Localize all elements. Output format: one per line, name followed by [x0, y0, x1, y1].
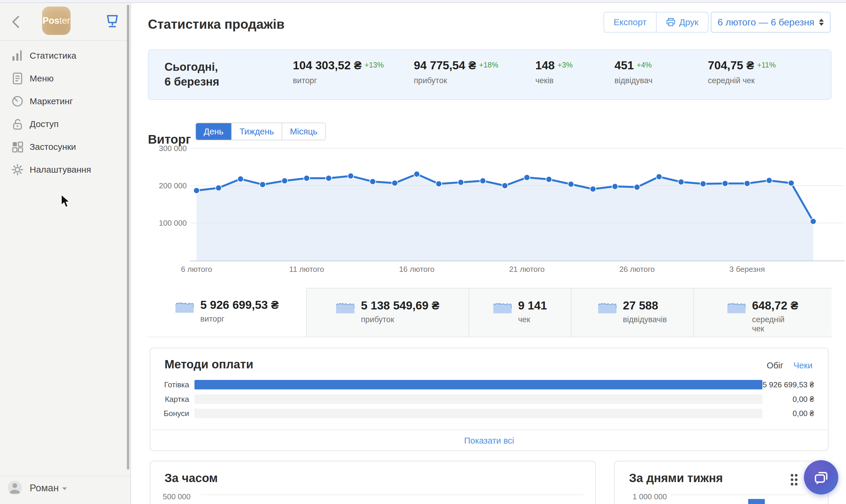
avatar [8, 481, 22, 495]
summary-card-profit[interactable]: 5 138 549,69 ₴прибуток [306, 288, 469, 337]
delta-badge: +13% [365, 61, 384, 69]
back-button[interactable] [11, 15, 21, 29]
gridline [201, 494, 583, 495]
user-menu[interactable]: Роман [0, 476, 131, 504]
svg-text:21 лютого: 21 лютого [509, 265, 545, 274]
revenue-chart-area: 100 000200 000300 0006 лютого11 лютого16… [157, 139, 846, 278]
svg-text:300 000: 300 000 [159, 144, 187, 153]
date-range-select[interactable]: 6 лютого — 6 березня [711, 12, 831, 33]
sparkline-icon [493, 300, 512, 313]
sidebar-item-label: Доступ [30, 119, 59, 129]
weekday-bar [748, 499, 765, 504]
sidebar-item-marketing[interactable]: Маркетинг [0, 90, 131, 112]
by-weekday-title: За днями тижня [629, 471, 723, 485]
terminal-button[interactable] [105, 15, 120, 30]
payment-row-bonus: Бонуси 0,00 ₴ [150, 408, 828, 418]
gridline [671, 494, 806, 495]
user-name-label: Роман [30, 482, 59, 493]
summary-card-avg-receipt[interactable]: 648,72 ₴середній чек [693, 288, 832, 337]
sidebar-item-label: Застосунки [30, 142, 76, 152]
by-time-card: За часом 500 000 [150, 461, 596, 504]
summary-cards: 5 926 699,53 ₴виторг 5 138 549,69 ₴прибу… [148, 288, 832, 337]
today-stat-avg-receipt: 704,75 ₴+11% середній чек [708, 59, 776, 85]
svg-text:6 лютого: 6 лютого [181, 265, 212, 274]
poster-logo[interactable]: Poster [42, 6, 71, 35]
sidebar-item-statistics[interactable]: Статистика [0, 44, 131, 67]
toggle-receipts[interactable]: Чеки [794, 361, 812, 370]
sidebar-item-applications[interactable]: Застосунки [0, 135, 131, 158]
printer-icon [666, 18, 676, 26]
svg-text:11 лютого: 11 лютого [289, 265, 324, 274]
delta-badge: +4% [637, 61, 652, 69]
revenue-chart: 100 000200 000300 0006 лютого11 лютого16… [157, 139, 846, 278]
summary-card-revenue[interactable]: 5 926 699,53 ₴виторг [148, 288, 306, 337]
export-label: Експорт [614, 17, 646, 27]
sidebar-header: Poster [0, 3, 131, 40]
grid-icon [11, 140, 24, 154]
toggle-turnover[interactable]: Обіг [766, 361, 783, 370]
svg-text:26 лютого: 26 лютого [619, 265, 655, 274]
sidebar-item-label: Меню [30, 73, 54, 84]
sparkline-icon [727, 300, 745, 313]
tab-month[interactable]: Місяць [282, 123, 325, 140]
chat-bubbles-icon [812, 469, 830, 486]
logo-text-bold: Pos [42, 15, 59, 26]
export-print-group: Експорт Друк [604, 12, 708, 33]
pos-terminal-icon [105, 15, 120, 29]
by-weekday-card: За днями тижня 1 000 000 [614, 461, 829, 504]
today-stat-receipts: 148+3% чеків [535, 59, 573, 85]
divider [150, 429, 828, 430]
payment-methods-title: Методи оплати [165, 358, 254, 371]
sidebar-item-label: Маркетинг [30, 96, 73, 106]
today-stat-profit: 94 775,54 ₴+18% прибуток [414, 59, 498, 85]
tab-week[interactable]: Тиждень [231, 123, 282, 140]
poster-dashboard: Poster Статистика Меню [0, 0, 846, 504]
svg-text:100 000: 100 000 [159, 218, 187, 228]
payment-row-cash: Готівка 5 926 699,53 ₴ [150, 380, 828, 390]
svg-text:3 березня: 3 березня [729, 265, 765, 274]
page-title: Статистика продажів [148, 17, 284, 32]
payment-methods-card: Методи оплати Обіг Чеки Готівка 5 926 69… [150, 348, 829, 451]
tab-day[interactable]: День [196, 123, 231, 140]
sidebar-item-settings[interactable]: Налаштування [0, 158, 131, 181]
payments-toggle: Обіг Чеки [766, 361, 812, 371]
gear-icon [11, 163, 24, 176]
logo-text: ter [59, 15, 70, 26]
delta-badge: +18% [479, 61, 498, 69]
pie-icon [11, 95, 24, 108]
document-icon [11, 72, 24, 85]
today-stat-revenue: 104 303,52 ₴+13% виторг [293, 59, 384, 85]
export-button[interactable]: Експорт [604, 13, 656, 32]
delta-badge: +3% [557, 61, 573, 69]
summary-card-receipts[interactable]: 9 141чек [469, 288, 571, 337]
payment-row-card: Картка 0,00 ₴ [150, 394, 828, 404]
drag-handle-icon[interactable] [790, 473, 798, 487]
payment-bar [194, 394, 762, 404]
top-strip [0, 0, 846, 3]
payment-bar [194, 380, 762, 390]
print-button[interactable]: Друк [656, 13, 708, 32]
summary-card-visitors[interactable]: 27 588відвідувачів [571, 288, 693, 337]
period-tabs: День Тиждень Місяць [195, 123, 326, 140]
sidebar-item-access[interactable]: Доступ [0, 112, 131, 135]
chat-fab-button[interactable] [804, 460, 838, 494]
y-tick-label: 500 000 [163, 492, 191, 501]
sidebar-item-label: Статистика [30, 51, 76, 61]
sidebar-scrollbar[interactable] [127, 5, 129, 470]
sort-arrows-icon [819, 19, 824, 26]
chevron-down-icon [62, 487, 67, 490]
svg-text:16 лютого: 16 лютого [399, 265, 435, 274]
y-tick-label: 1 000 000 [633, 492, 667, 501]
sidebar-nav: Статистика Меню Маркетинг Доступ [0, 44, 131, 181]
sidebar: Poster Статистика Меню [0, 3, 131, 504]
today-stat-visitors: 451+4% відвідувач [615, 59, 653, 85]
delta-badge: +11% [757, 61, 776, 69]
by-time-title: За часом [165, 471, 218, 485]
show-all-link[interactable]: Показати всі [150, 436, 828, 446]
user-name[interactable]: Роман [30, 482, 67, 493]
sidebar-item-menu[interactable]: Меню [0, 67, 131, 90]
sidebar-item-label: Налаштування [30, 165, 91, 175]
today-summary-panel: Сьогодні,6 березня 104 303,52 ₴+13% вито… [148, 50, 831, 100]
chevron-left-icon [11, 15, 21, 29]
today-date: Сьогодні,6 березня [165, 59, 219, 89]
